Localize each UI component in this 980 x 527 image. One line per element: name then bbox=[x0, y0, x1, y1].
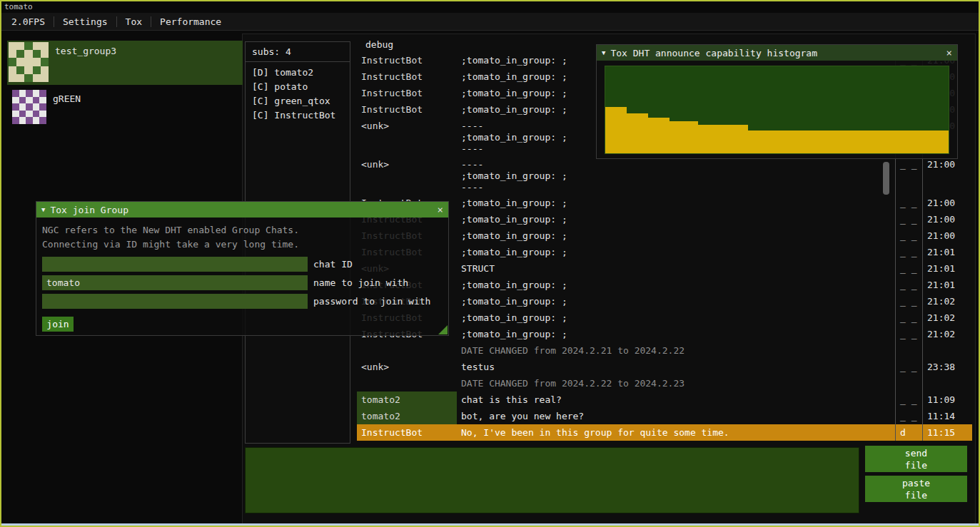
chat-flags: _ _ bbox=[895, 392, 922, 408]
chat-sender: <unk> bbox=[357, 118, 457, 156]
member-item[interactable]: [C] green_qtox bbox=[252, 94, 343, 108]
join-field-row: chat ID bbox=[42, 257, 443, 272]
chat-row[interactable]: <unk>---- ;tomato_in_group: ; ----_ _21:… bbox=[357, 156, 972, 195]
chat-flags bbox=[895, 342, 922, 359]
group-list: test_group3gREEN bbox=[7, 41, 243, 136]
histogram-bar bbox=[741, 125, 748, 153]
chat-timestamp: 11:09 bbox=[922, 392, 972, 408]
group-item-gREEN[interactable]: gREEN bbox=[7, 88, 243, 133]
chat-flags: _ _ bbox=[895, 227, 922, 244]
chat-timestamp: 21:01 bbox=[922, 244, 972, 260]
menu-separator bbox=[54, 16, 54, 27]
menu-item-tox[interactable]: Tox bbox=[118, 14, 149, 29]
window-title: tomato bbox=[4, 2, 33, 11]
chat-row[interactable]: tomato2bot, are you new here?_ _11:14 bbox=[357, 408, 972, 424]
chat-date-row[interactable]: DATE CHANGED from 2024.2.22 to 2024.2.23 bbox=[357, 375, 972, 392]
chat-flags: _ _ bbox=[895, 326, 922, 342]
histogram-bar bbox=[762, 131, 769, 153]
chat-flags: _ _ bbox=[895, 211, 922, 227]
chat-flags bbox=[895, 375, 922, 392]
chat-flags: d bbox=[895, 424, 922, 441]
chat-row[interactable]: InstructBot;tomato_in_group: ;_ _21:00 bbox=[357, 227, 972, 244]
members-header: subs: 4 bbox=[246, 42, 350, 62]
chat-row[interactable]: InstructBot;tomato_in_group: ;_ _21:02 bbox=[357, 293, 972, 309]
collapse-arrow-icon[interactable]: ▼ bbox=[41, 206, 45, 213]
chat-message-text: ;tomato_in_group: ; bbox=[457, 211, 895, 227]
chat-row[interactable]: tomato2chat is this real?_ _11:09 bbox=[357, 392, 972, 408]
resize-grip-icon[interactable] bbox=[438, 325, 448, 334]
chat-sender: tomato2 bbox=[357, 408, 457, 424]
menu-bar: 2.0FPSSettingsToxPerformance bbox=[1, 13, 979, 31]
chat-message-text: ---- ;tomato_in_group: ; ---- bbox=[457, 156, 895, 195]
chat-sender: InstructBot bbox=[357, 424, 457, 441]
chat-sender: InstructBot bbox=[357, 52, 457, 68]
chat-sender: <unk> bbox=[357, 156, 457, 195]
chat-row[interactable]: InstructBot;tomato_in_group: ;_ _21:00 bbox=[357, 211, 972, 227]
histogram-bar bbox=[777, 131, 784, 153]
chat-row[interactable]: InstructBot;tomato_in_group: ;_ _21:02 bbox=[357, 326, 972, 342]
chat-row[interactable]: InstructBot;tomato_in_group: ;_ _21:01 bbox=[357, 244, 972, 260]
chat-timestamp: 21:00 bbox=[922, 227, 972, 244]
chat-message-text: No, I've been in this group for quite so… bbox=[457, 424, 895, 441]
menu-item-settings[interactable]: Settings bbox=[56, 14, 115, 29]
menu-separator bbox=[151, 16, 151, 27]
close-icon[interactable]: × bbox=[946, 47, 952, 58]
chat-flags: _ _ bbox=[895, 195, 922, 211]
join-window-title: Tox join Group bbox=[50, 205, 128, 215]
chat-row[interactable]: InstructBot;tomato_in_group: ;_ _21:00 bbox=[357, 195, 972, 211]
os-titlebar[interactable]: tomato bbox=[1, 1, 979, 13]
group-item-test_group3[interactable]: test_group3 bbox=[7, 41, 243, 85]
join-field-name-to-join-with[interactable] bbox=[42, 275, 308, 290]
histogram-bar bbox=[755, 131, 762, 153]
chat-message-text: ;tomato_in_group: ; bbox=[457, 244, 895, 260]
menu-separator bbox=[116, 16, 117, 27]
member-item[interactable]: [C] potato bbox=[252, 80, 343, 94]
chat-sender: InstructBot bbox=[357, 68, 457, 85]
chat-sender bbox=[357, 342, 457, 359]
join-field-password-to-join-with[interactable] bbox=[42, 294, 308, 309]
chat-row[interactable]: InstructBot;tomato_in_group: ;_ _21:02 bbox=[357, 309, 972, 326]
collapse-arrow-icon[interactable]: ▼ bbox=[602, 49, 605, 56]
histogram-bar bbox=[863, 131, 870, 153]
join-field-row: name to join with bbox=[42, 275, 443, 290]
group-label: gREEN bbox=[53, 90, 81, 131]
chat-flags: _ _ bbox=[895, 277, 922, 293]
menu-item-performance[interactable]: Performance bbox=[153, 14, 228, 29]
chat-timestamp: 21:00 bbox=[922, 211, 972, 227]
group-label: test_group3 bbox=[55, 42, 116, 83]
chat-row[interactable]: InstructBot;tomato_in_group: ;_ _21:01 bbox=[357, 277, 972, 293]
histogram-bar bbox=[805, 131, 812, 153]
histogram-bar bbox=[891, 131, 899, 153]
chat-scrollbar[interactable] bbox=[883, 162, 889, 195]
histogram-bar bbox=[691, 121, 698, 153]
join-field-label: name to join with bbox=[313, 277, 408, 288]
chat-sender: InstructBot bbox=[357, 85, 457, 101]
member-item[interactable]: [C] InstructBot bbox=[252, 108, 343, 123]
chat-row[interactable]: InstructBotNo, I've been in this group f… bbox=[357, 424, 972, 441]
join-button[interactable]: join bbox=[42, 317, 74, 332]
histogram-bar bbox=[798, 131, 805, 153]
histogram-bar bbox=[856, 131, 863, 153]
join-field-chat-ID[interactable] bbox=[42, 257, 308, 272]
histogram-bar bbox=[677, 121, 684, 153]
message-input[interactable] bbox=[245, 447, 859, 513]
chat-timestamp: 21:00 bbox=[922, 195, 972, 211]
histogram-plot[interactable] bbox=[605, 66, 949, 154]
group-avatar bbox=[9, 42, 49, 82]
chat-message-text: ;tomato_in_group: ; bbox=[457, 293, 895, 309]
tab-debug[interactable]: debug bbox=[365, 39, 393, 52]
chat-timestamp bbox=[922, 342, 972, 359]
member-item[interactable]: [D] tomato2 bbox=[252, 66, 343, 80]
histogram-window-titlebar[interactable]: ▼ Tox DHT announce capability histogram … bbox=[597, 45, 957, 61]
paste-file-button[interactable]: paste file bbox=[865, 476, 967, 502]
chat-row[interactable]: <unk>STRUCT_ _21:01 bbox=[357, 260, 972, 277]
menu-item-2-0fps: 2.0FPS bbox=[4, 14, 52, 29]
close-icon[interactable]: × bbox=[438, 204, 443, 215]
chat-date-row[interactable]: DATE CHANGED from 2024.2.21 to 2024.2.22 bbox=[357, 342, 972, 359]
join-window-titlebar[interactable]: ▼ Tox join Group × bbox=[36, 202, 448, 218]
send-file-button[interactable]: send file bbox=[865, 446, 967, 472]
histogram-bar bbox=[698, 125, 705, 153]
join-fields: chat IDname to join withpassword to join… bbox=[42, 257, 443, 309]
histogram-bar bbox=[842, 131, 849, 153]
chat-row[interactable]: <unk>testus_ _23:38 bbox=[357, 359, 972, 375]
